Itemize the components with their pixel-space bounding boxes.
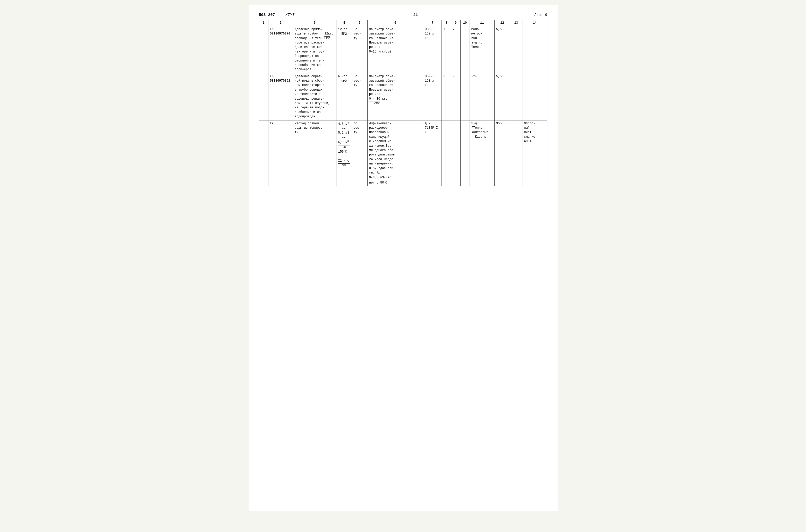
col-header-2: 2 [268, 20, 293, 26]
col-header-6: 6 [367, 20, 423, 26]
cell-r2-c9: 9 [451, 73, 460, 120]
cell-r1-c12: 5,50 [494, 26, 510, 73]
cell-r3-c12: 355 [494, 120, 510, 186]
cell-r1-c3: Давление прямой воды в трубо- 12кгс пров… [293, 26, 336, 73]
cell-r2-c11: –"– [470, 73, 494, 120]
cell-r3-c1 [259, 120, 268, 186]
cell-r3-c4: 4,5 м3 час 5,2 м3 час 6,0 м3 час 150oC I… [336, 120, 352, 186]
col-header-3: 3 [293, 20, 336, 26]
col-header-8: 8 [442, 20, 451, 26]
col-header-5: 5 [352, 20, 367, 26]
header-left: 503-207 /ΙΥΙ [259, 13, 295, 17]
cell-r3-c11: З-д "Тепло- контроль" г.Казань [470, 120, 494, 186]
cell-r2-c3: Давление обрат- ной воды в сбор- ном кол… [293, 73, 336, 120]
cell-r2-c8: 9 [442, 73, 451, 120]
table-row: I6 58I20970361 Давление обрат- ной воды … [259, 73, 547, 120]
header-center: - 41- [408, 13, 420, 17]
cell-r2-c13 [510, 73, 523, 120]
cell-r1-c6: Манометр пока- зывающий обще- го назначе… [367, 26, 423, 73]
cell-r1-c2: I5 58I20970370 [268, 26, 293, 73]
col-header-7: 7 [423, 20, 442, 26]
header: 503-207 /ΙΥΙ - 41- Лист 9 [259, 13, 547, 17]
col-header-13: 13 [510, 20, 523, 26]
col-header-10: 10 [460, 20, 470, 26]
col-header-4: 4 [336, 20, 352, 26]
cell-r3-c9 [451, 120, 460, 186]
col-header-11: 11 [470, 20, 494, 26]
cell-r1-c11: Мано-метро-выйз-д г.Томск [470, 26, 494, 73]
cell-r3-c14: Опрос- ный лист см.лист АП-13 [523, 120, 547, 186]
cell-r1-c1 [259, 26, 268, 73]
doc-code: /ΙΥΙ [286, 13, 295, 17]
cell-r1-c13 [510, 26, 523, 73]
doc-number: 503-207 [259, 13, 275, 17]
cell-r1-c7: ОБМ-I 160 х I6 [423, 26, 442, 73]
cell-r2-c2: I6 58I20970361 [268, 73, 293, 120]
cell-r1-c9: 7 [451, 26, 460, 73]
main-table: 1 2 3 4 5 6 7 8 9 10 11 12 13 14 I5 58I2… [259, 20, 547, 186]
cell-r2-c10 [460, 73, 470, 120]
cell-r2-c1 [259, 73, 268, 120]
col-header-12: 12 [494, 20, 510, 26]
cell-r2-c7: ОБМ-I 160 х IO [423, 73, 442, 120]
cell-r2-c12: 5,50 [494, 73, 510, 120]
cell-r3-c6: Дифманометр- расходомер поплавковый само… [367, 120, 423, 186]
cell-r1-c14 [523, 26, 547, 73]
table-header-row: 1 2 3 4 5 6 7 8 9 10 11 12 13 14 [259, 20, 547, 26]
cell-r2-c4: 6 кгс см2 [336, 73, 352, 120]
cell-r2-c5: Помес-ту [352, 73, 367, 120]
table-row: I7 Расход прямой воды из теплосе- ти 4,5… [259, 120, 547, 186]
cell-r2-c6: Манометр пока- зывающий обще- го назначе… [367, 73, 423, 120]
cell-r3-c5: помес-ту [352, 120, 367, 186]
sheet-label: Лист 9 [534, 13, 547, 17]
col-header-1: 1 [259, 20, 268, 26]
cell-r1-c10 [460, 26, 470, 73]
cell-r3-c10 [460, 120, 470, 186]
cell-r3-c7: ДП- 7104Р I I [423, 120, 442, 186]
page: 503-207 /ΙΥΙ - 41- Лист 9 1 2 3 4 5 6 7 … [249, 5, 558, 511]
cell-r1-c4: 12кгс БМ2 [336, 26, 352, 73]
cell-r3-c8 [442, 120, 451, 186]
col-header-14: 14 [523, 20, 547, 26]
cell-r2-c14 [523, 73, 547, 120]
cell-r1-c5: Помес-ту [352, 26, 367, 73]
col-header-9: 9 [451, 20, 460, 26]
cell-r1-c8: 7 [442, 26, 451, 73]
cell-r3-c2: I7 [268, 120, 293, 186]
cell-r3-c13 [510, 120, 523, 186]
table-row: I5 58I20970370 Давление прямой воды в тр… [259, 26, 547, 73]
cell-r3-c3: Расход прямой воды из теплосе- ти [293, 120, 336, 186]
